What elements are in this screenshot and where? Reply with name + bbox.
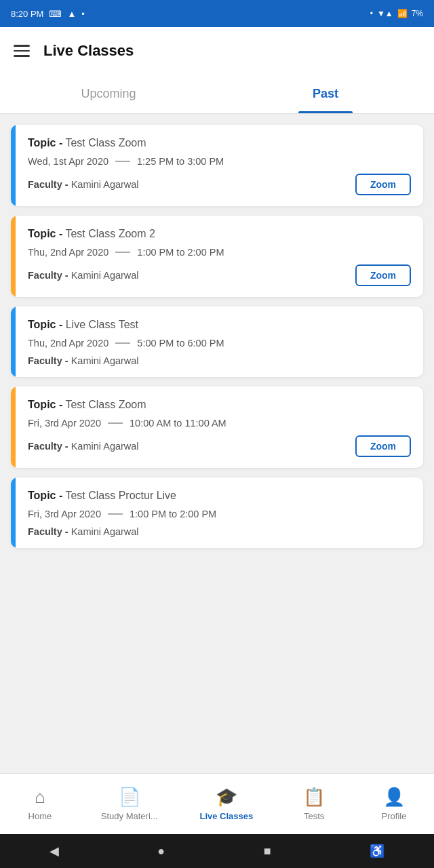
nav-item-profile[interactable]: 👤Profile: [367, 781, 421, 827]
card-topic: Topic - Test Class Zoom: [28, 137, 411, 149]
back-button[interactable]: ◀: [50, 844, 59, 859]
card-body: Topic - Test Class ZoomWed, 1st Apr 2020…: [16, 125, 423, 206]
card-datetime: Fri, 3rd Apr 20201:00 PM to 2:00 PM: [28, 509, 411, 519]
faculty-label: Faculty -: [28, 526, 68, 537]
study-label: Study Materi...: [101, 811, 158, 821]
card-footer: Faculty - Kamini AgarwalZoom: [28, 435, 411, 457]
faculty-label: Faculty -: [28, 179, 68, 190]
card-accent: [11, 125, 16, 206]
android-nav: ◀ ● ■ ♿: [0, 834, 434, 868]
home-label: Home: [28, 811, 52, 821]
dash-separator: [115, 161, 130, 162]
nav-item-tests[interactable]: 📋Tests: [287, 781, 341, 827]
profile-label: Profile: [382, 811, 407, 821]
card-faculty: Faculty - Kamini Agarwal: [28, 526, 139, 537]
status-icon-keyboard: ⌨: [49, 9, 62, 19]
topic-label: Topic -: [28, 137, 62, 149]
class-date: Thu, 2nd Apr 2020: [28, 247, 108, 258]
topic-value: Test Class Zoom: [65, 399, 146, 410]
card-accent: [11, 307, 16, 377]
dash-separator: [108, 513, 123, 515]
card-footer: Faculty - Kamini Agarwal: [28, 526, 411, 537]
topic-label: Topic -: [28, 228, 62, 239]
zoom-button[interactable]: Zoom: [355, 174, 411, 195]
card-faculty: Faculty - Kamini Agarwal: [28, 355, 139, 366]
card-datetime: Thu, 2nd Apr 20201:00 PM to 2:00 PM: [28, 247, 411, 258]
card-datetime: Thu, 2nd Apr 20205:00 PM to 6:00 PM: [28, 338, 411, 349]
nav-item-live-classes[interactable]: 🎓Live Classes: [192, 781, 262, 827]
topic-value: Test Class Zoom 2: [65, 228, 155, 239]
card-topic: Topic - Test Class Proctur Live: [28, 490, 411, 502]
dash-separator: [115, 252, 130, 253]
class-time: 10:00 AM to 11:00 AM: [130, 418, 226, 429]
class-card-2: Topic - Test Class Zoom 2Thu, 2nd Apr 20…: [11, 216, 423, 297]
status-icon-signal: 📶: [397, 9, 408, 18]
faculty-value: Kamini Agarwal: [71, 355, 139, 366]
class-time: 1:00 PM to 2:00 PM: [130, 509, 216, 519]
faculty-label: Faculty -: [28, 270, 68, 281]
status-time: 8:20 PM: [11, 9, 43, 19]
page-title: Live Classes: [43, 42, 134, 60]
accessibility-button[interactable]: ♿: [370, 844, 384, 859]
bottom-nav: ⌂Home📄Study Materi...🎓Live Classes📋Tests…: [0, 773, 434, 834]
card-footer: Faculty - Kamini AgarwalZoom: [28, 174, 411, 195]
topic-label: Topic -: [28, 399, 62, 410]
card-topic: Topic - Live Class Test: [28, 319, 411, 331]
class-card-4: Topic - Test Class ZoomFri, 3rd Apr 2020…: [11, 387, 423, 468]
class-time: 1:25 PM to 3:00 PM: [137, 156, 224, 167]
status-dot: •: [81, 9, 85, 19]
faculty-value: Kamini Agarwal: [71, 526, 139, 537]
class-date: Fri, 3rd Apr 2020: [28, 509, 101, 519]
card-topic: Topic - Test Class Zoom: [28, 399, 411, 411]
card-datetime: Wed, 1st Apr 20201:25 PM to 3:00 PM: [28, 156, 411, 167]
faculty-value: Kamini Agarwal: [71, 179, 139, 190]
status-left: 8:20 PM ⌨ ▲ •: [11, 9, 85, 19]
class-card-5: Topic - Test Class Proctur LiveFri, 3rd …: [11, 477, 423, 548]
nav-item-study[interactable]: 📄Study Materi...: [93, 781, 166, 827]
card-accent: [11, 477, 16, 548]
faculty-label: Faculty -: [28, 355, 68, 366]
recents-button[interactable]: ■: [264, 844, 271, 859]
home-button[interactable]: ●: [157, 844, 165, 859]
classes-list: Topic - Test Class ZoomWed, 1st Apr 2020…: [0, 114, 434, 868]
study-icon: 📄: [119, 787, 140, 808]
live-classes-label: Live Classes: [200, 811, 254, 821]
card-body: Topic - Test Class Zoom 2Thu, 2nd Apr 20…: [16, 216, 423, 297]
card-datetime: Fri, 3rd Apr 202010:00 AM to 11:00 AM: [28, 418, 411, 429]
card-accent: [11, 216, 16, 297]
faculty-value: Kamini Agarwal: [71, 441, 139, 452]
class-date: Fri, 3rd Apr 2020: [28, 418, 101, 429]
faculty-label: Faculty -: [28, 441, 68, 452]
tests-icon: 📋: [303, 787, 325, 808]
class-card-3: Topic - Live Class TestThu, 2nd Apr 2020…: [11, 307, 423, 377]
card-body: Topic - Live Class TestThu, 2nd Apr 2020…: [16, 307, 423, 377]
nav-item-home[interactable]: ⌂Home: [13, 781, 67, 827]
topic-label: Topic -: [28, 490, 62, 501]
class-time: 1:00 PM to 2:00 PM: [137, 247, 224, 258]
tab-upcoming[interactable]: Upcoming: [0, 75, 217, 113]
topic-value: Test Class Proctur Live: [65, 490, 176, 501]
tests-label: Tests: [304, 811, 324, 821]
zoom-button[interactable]: Zoom: [355, 264, 411, 286]
status-icon-app: ▲: [67, 9, 76, 19]
menu-button[interactable]: [14, 45, 30, 57]
status-dot2: •: [370, 9, 373, 18]
tab-past[interactable]: Past: [217, 75, 434, 113]
class-date: Thu, 2nd Apr 2020: [28, 338, 108, 349]
status-bar: 8:20 PM ⌨ ▲ • • ▼▲ 📶 7%: [0, 0, 434, 27]
header: Live Classes: [0, 27, 434, 75]
dash-separator: [108, 422, 123, 424]
topic-value: Test Class Zoom: [65, 137, 146, 149]
status-right: • ▼▲ 📶 7%: [370, 9, 423, 18]
class-time: 5:00 PM to 6:00 PM: [137, 338, 224, 349]
topic-value: Live Class Test: [66, 319, 138, 330]
zoom-button[interactable]: Zoom: [355, 435, 411, 457]
class-card-1: Topic - Test Class ZoomWed, 1st Apr 2020…: [11, 125, 423, 206]
card-faculty: Faculty - Kamini Agarwal: [28, 270, 139, 281]
status-battery: 7%: [412, 9, 423, 18]
card-accent: [11, 387, 16, 468]
card-body: Topic - Test Class Proctur LiveFri, 3rd …: [16, 477, 423, 548]
profile-icon: 👤: [383, 787, 405, 808]
tabs-bar: Upcoming Past: [0, 75, 434, 114]
dash-separator: [115, 342, 130, 344]
